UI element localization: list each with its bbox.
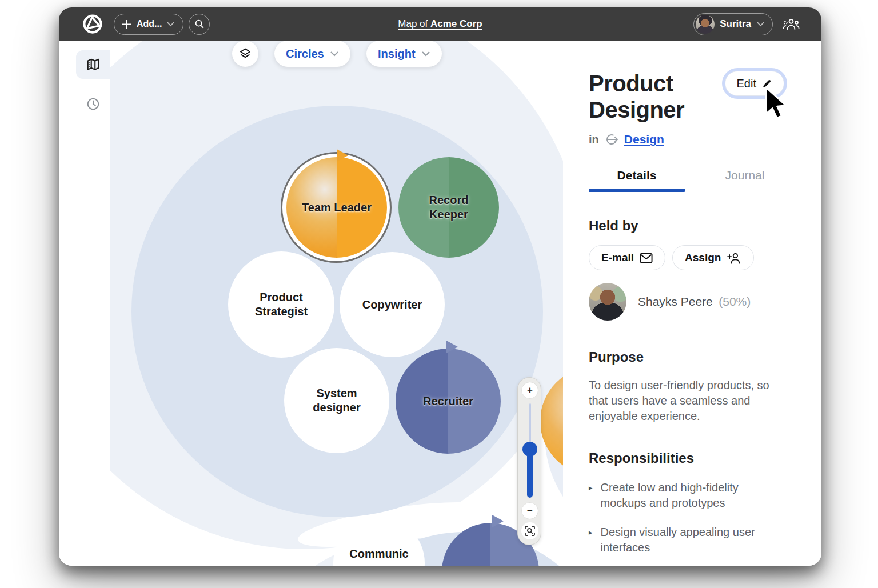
clock-icon [86, 97, 101, 111]
purpose-text: To design user-friendly products, so tha… [589, 378, 783, 424]
layers-button[interactable] [232, 41, 258, 67]
role-circle-copywriter[interactable]: Copywriter [340, 252, 445, 357]
list-item-text: Create low and high-fidelity mockups and… [601, 480, 783, 511]
zoom-out-label: − [527, 505, 533, 517]
role-label: Communic [339, 517, 418, 561]
role-label: Product Strategist [228, 290, 334, 319]
list-item: ▸ Create low and high-fidelity mockups a… [589, 480, 783, 511]
bullet-icon: ▸ [589, 480, 593, 511]
circles-dropdown-label: Circles [286, 47, 324, 61]
layers-icon [238, 47, 252, 61]
zoom-control: + − [517, 377, 541, 545]
panel-tabs: Details Journal [589, 169, 787, 191]
sidebar-item-history[interactable] [76, 90, 110, 118]
flag-icon [492, 515, 504, 527]
responsibilities-heading: Responsibilities [589, 450, 787, 466]
role-label: Recruiter [413, 394, 484, 409]
search-button[interactable] [189, 14, 210, 35]
holder-allocation: (50%) [719, 295, 751, 308]
list-item: ▸ Design visually appealing user interfa… [589, 525, 783, 555]
add-button-label: Add... [137, 19, 162, 29]
holder-name-wrap: Shayks Peere (50%) [638, 295, 751, 309]
role-label: System designer [284, 386, 389, 415]
sidebar-item-map[interactable] [76, 50, 110, 79]
chevron-down-icon [166, 21, 175, 27]
role-circle-product-strategist[interactable]: Product Strategist [228, 251, 334, 358]
tab-details[interactable]: Details [589, 169, 685, 191]
circles-dropdown[interactable]: Circles [274, 41, 350, 67]
role-title: Product Designer [589, 70, 715, 123]
insight-dropdown-label: Insight [378, 47, 416, 61]
role-circle-record-keeper[interactable]: Record Keeper [398, 157, 499, 258]
responsibilities-list: ▸ Create low and high-fidelity mockups a… [589, 480, 787, 555]
email-button[interactable]: E-mail [589, 245, 665, 270]
map-icon [86, 57, 101, 72]
map-title-org: Acme Corp [430, 18, 482, 29]
user-avatar [696, 15, 715, 34]
holder-row[interactable]: Shayks Peere (50%) [589, 283, 787, 321]
app-window: Add... Map of Acme Corp Suritra [59, 7, 821, 566]
zoom-in-label: + [527, 385, 533, 396]
user-menu[interactable]: Suritra [693, 13, 773, 35]
tab-journal[interactable]: Journal [711, 169, 779, 191]
plus-icon [121, 19, 132, 30]
assign-button[interactable]: Assign [672, 245, 754, 270]
holder-name: Shayks Peere [638, 295, 713, 308]
email-button-label: E-mail [601, 251, 634, 264]
top-bar: Add... Map of Acme Corp Suritra [59, 7, 821, 41]
user-name: Suritra [720, 18, 751, 30]
zoom-slider-thumb[interactable] [522, 442, 537, 457]
purpose-heading: Purpose [589, 349, 787, 365]
chevron-down-icon [421, 51, 430, 57]
role-label: Team Leader [292, 201, 382, 215]
topbar-right: Suritra [693, 13, 821, 35]
flag-icon [446, 341, 458, 353]
map-title-prefix: Map of [398, 18, 430, 29]
parent-team-row: in Design [589, 132, 787, 147]
map-title-link[interactable]: Map of Acme Corp [398, 18, 482, 30]
enter-circle-icon [604, 132, 619, 147]
left-sidebar [59, 41, 110, 566]
zoom-in-button[interactable]: + [521, 382, 538, 399]
list-item-text: Design visually appealing user interface… [601, 525, 783, 555]
assign-button-label: Assign [685, 251, 721, 264]
chevron-down-icon [330, 51, 339, 57]
team-link[interactable]: Design [624, 133, 664, 146]
zoom-fit-button[interactable] [521, 522, 538, 539]
zoom-out-button[interactable]: − [521, 502, 538, 519]
main-row: Product Designer Team Leader Record Keep… [59, 41, 821, 566]
pencil-icon [761, 78, 772, 89]
people-group-icon [783, 17, 800, 31]
insight-dropdown[interactable]: Insight [366, 41, 442, 67]
in-label: in [589, 133, 599, 146]
held-by-heading: Held by [589, 218, 787, 234]
role-label: Copywriter [352, 298, 432, 312]
person-plus-icon [727, 252, 741, 264]
role-circle-communication[interactable]: Communic [333, 517, 425, 566]
add-button[interactable]: Add... [114, 14, 183, 35]
held-by-actions: E-mail Assign [589, 245, 787, 270]
details-panel: Product Designer Edit in Design Detai [563, 41, 821, 566]
edit-button[interactable]: Edit [725, 71, 784, 96]
people-directory-button[interactable] [783, 17, 800, 31]
edit-button-label: Edit [737, 77, 756, 90]
envelope-icon [640, 253, 653, 263]
role-circle-recruiter[interactable]: Recruiter [396, 349, 501, 454]
flag-icon [337, 149, 348, 162]
chevron-down-icon [756, 21, 765, 27]
role-circle-team-leader[interactable]: Team Leader [286, 157, 387, 258]
holder-avatar [589, 283, 626, 321]
role-label: Record Keeper [398, 193, 499, 222]
zoom-fit-icon [524, 525, 536, 537]
search-icon [194, 18, 205, 30]
map-canvas[interactable]: Product Designer Team Leader Record Keep… [110, 41, 563, 566]
app-logo-icon[interactable] [82, 13, 103, 35]
role-circle-system-designer[interactable]: System designer [284, 348, 389, 453]
bullet-icon: ▸ [589, 525, 593, 555]
